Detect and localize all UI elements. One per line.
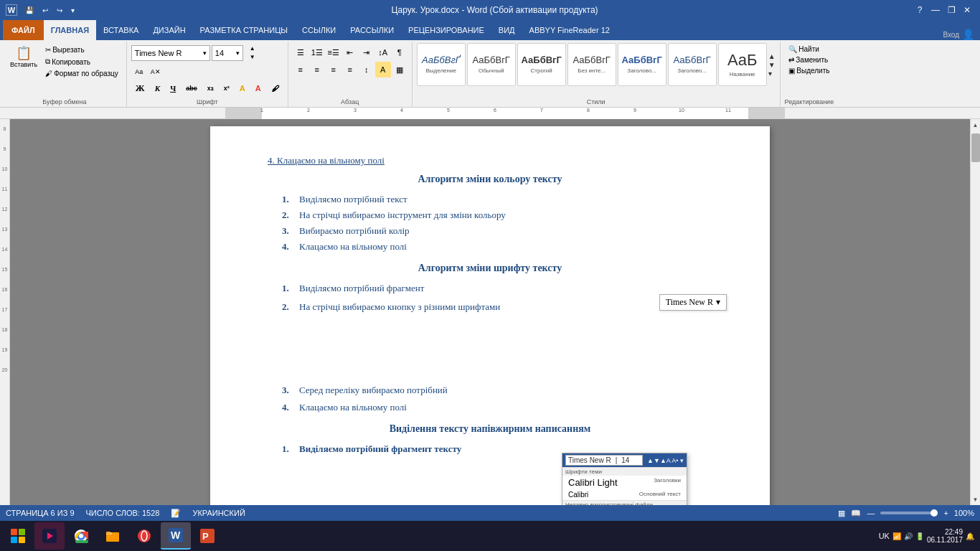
highlight-btn[interactable]: A: [235, 83, 250, 94]
format-painter-label: Формат по образцу: [54, 70, 118, 77]
shading-btn[interactable]: 🖌: [267, 83, 283, 94]
style-heading2[interactable]: АаБбВгГ Заголово...: [668, 43, 717, 86]
zoom-slider[interactable]: [880, 512, 938, 514]
styles-more[interactable]: ▾: [768, 70, 776, 77]
font-size-input[interactable]: 14 ▾: [212, 45, 243, 61]
notification-icon[interactable]: 🔔: [966, 532, 974, 540]
style-normal[interactable]: АаБбВгГ Обычный: [467, 43, 516, 86]
layout-icon[interactable]: ▦: [838, 509, 845, 518]
copy-btn[interactable]: ⧉ Копировать: [42, 56, 122, 67]
ruler-num-2: 2: [307, 108, 310, 113]
subscript-btn[interactable]: x₂: [203, 83, 218, 93]
show-formatting-btn[interactable]: ¶: [392, 44, 407, 60]
left-ruler: 8 9 10 11 12 13 14 15 16 17 18 19 20: [0, 119, 10, 505]
clipboard-small-btns: ✂ Вырезать ⧉ Копировать 🖌 Формат по обра…: [42, 44, 122, 79]
zoom-in-btn[interactable]: +: [943, 509, 948, 517]
scrollbar-thumb[interactable]: [971, 133, 980, 162]
cut-btn[interactable]: ✂ Вырезать: [42, 44, 122, 55]
taskbar-app-word[interactable]: W: [161, 522, 191, 550]
font-color-btn[interactable]: A: [251, 83, 265, 94]
decrease-indent-btn[interactable]: ⇤: [342, 44, 358, 60]
language-icon: 📝: [171, 509, 181, 518]
clear-format-btn[interactable]: A✕: [148, 64, 164, 80]
tab-insert[interactable]: ВСТАВКА: [96, 20, 146, 40]
superscript-btn[interactable]: x²: [220, 83, 234, 93]
font-size-decrease[interactable]: ▼: [245, 53, 260, 61]
heading-bold-text: Виділення тексту напівжирним написанням: [268, 423, 712, 435]
align-center-btn[interactable]: ≡: [309, 62, 325, 77]
case-btn[interactable]: Аа: [131, 64, 147, 80]
qat-customize[interactable]: ▾: [69, 5, 77, 16]
tab-file[interactable]: ФАЙЛ: [3, 20, 44, 40]
bold-btn[interactable]: Ж: [131, 81, 149, 95]
ruler-num-7: 7: [540, 108, 543, 113]
zoom-out-btn[interactable]: —: [867, 509, 875, 517]
taskbar-app-chrome[interactable]: [66, 522, 96, 550]
font-size-increase[interactable]: ▲: [245, 44, 260, 52]
qat-undo[interactable]: ↩: [40, 5, 50, 16]
ruler-num-9: 9: [633, 108, 636, 113]
zoom-level: 100%: [954, 509, 974, 517]
replace-btn[interactable]: ⇄ Заменить: [786, 55, 831, 65]
tab-abbyy[interactable]: ABBYY FineReader 12: [522, 20, 617, 40]
sort-btn[interactable]: ↕A: [375, 44, 391, 60]
help-btn[interactable]: ?: [913, 3, 927, 17]
taskbar-app-opera[interactable]: [129, 522, 159, 550]
numbered-list-btn[interactable]: 1☰: [309, 44, 325, 60]
borders-btn[interactable]: ▦: [392, 62, 407, 77]
style-heading1[interactable]: АаБбВгГ Заголово...: [618, 43, 666, 86]
restore-btn[interactable]: ❐: [944, 3, 958, 17]
close-btn[interactable]: ✕: [960, 3, 974, 17]
style-no-interval[interactable]: АаБбВгГ Без инте...: [567, 43, 616, 86]
justify-btn[interactable]: ≡: [342, 62, 358, 77]
underline-btn[interactable]: Ч: [166, 83, 180, 94]
strikethrough-btn[interactable]: abc: [182, 83, 202, 93]
font-item-calibri[interactable]: Calibri Основний текст: [562, 489, 687, 500]
styles-scroll-down[interactable]: ▼: [768, 61, 776, 69]
styles-scroll-up[interactable]: ▲: [768, 52, 776, 60]
format-painter-btn[interactable]: 🖌 Формат по образцу: [42, 68, 122, 79]
minimize-btn[interactable]: —: [928, 3, 943, 17]
style-title[interactable]: АаБ Название: [718, 43, 767, 86]
taskbar-app-explorer[interactable]: [98, 522, 128, 550]
tab-review[interactable]: РЕЦЕНЗИРОВАНИЕ: [401, 20, 491, 40]
scroll-up-btn[interactable]: ▲: [971, 119, 981, 131]
tab-references[interactable]: ССЫЛКИ: [295, 20, 343, 40]
read-icon[interactable]: 📖: [851, 509, 861, 518]
font-size-arrow: ▾: [236, 50, 240, 57]
font-item-calibri-light[interactable]: Calibri Light Заголовки: [562, 476, 687, 489]
taskbar-app-media[interactable]: [34, 522, 65, 550]
tab-layout[interactable]: РАЗМЕТКА СТРАНИЦЫ: [193, 20, 295, 40]
bullets-btn[interactable]: ☰: [293, 44, 308, 60]
qat-save[interactable]: 💾: [23, 5, 36, 16]
qat-redo[interactable]: ↪: [55, 5, 65, 16]
group-editing: 🔍 Найти ⇄ Заменить ▣ Выделить Редактиров…: [781, 42, 839, 107]
tab-view[interactable]: ВИД: [491, 20, 522, 40]
style-strict[interactable]: АаБбВгГ Строгий: [517, 43, 566, 86]
cut-icon: ✂: [45, 46, 51, 54]
taskbar-app-ppt[interactable]: P: [192, 522, 222, 550]
style-highlight[interactable]: АаБбВгҐ Выделение: [417, 43, 466, 86]
paste-label: Вставить: [10, 61, 37, 68]
increase-indent-btn[interactable]: ⇥: [359, 44, 374, 60]
scroll-down-btn[interactable]: ▼: [971, 494, 981, 505]
align-right-btn[interactable]: ≡: [326, 62, 341, 77]
italic-btn[interactable]: К: [151, 83, 164, 94]
select-btn[interactable]: ▣ Выделить: [786, 66, 832, 75]
font-name-input[interactable]: Times New R ▾: [131, 45, 210, 61]
start-btn[interactable]: [3, 522, 33, 550]
windows-icon: [11, 529, 25, 543]
shading-para-btn[interactable]: A: [375, 62, 391, 77]
ruler-gray-left: [226, 108, 262, 119]
times-new-roman-button[interactable]: Times New R ▾: [659, 294, 727, 311]
align-left-btn[interactable]: ≡: [293, 62, 308, 77]
paste-btn[interactable]: 📋 Вставить: [7, 44, 40, 70]
ruler: 1 2 3 4 5 6 7 8 9 10 11: [0, 108, 980, 119]
document-area[interactable]: 4. Клацаємо на вільному полі Алгоритм зм…: [10, 119, 970, 505]
tab-design[interactable]: ДИЗАЙН: [146, 20, 192, 40]
tab-home[interactable]: ГЛАВНАЯ: [44, 20, 96, 40]
find-btn[interactable]: 🔍 Найти: [786, 44, 822, 54]
multilevel-list-btn[interactable]: ≡☰: [326, 44, 341, 60]
tab-mailings[interactable]: РАССЫЛКИ: [343, 20, 401, 40]
line-spacing-btn[interactable]: ↕: [359, 62, 374, 77]
